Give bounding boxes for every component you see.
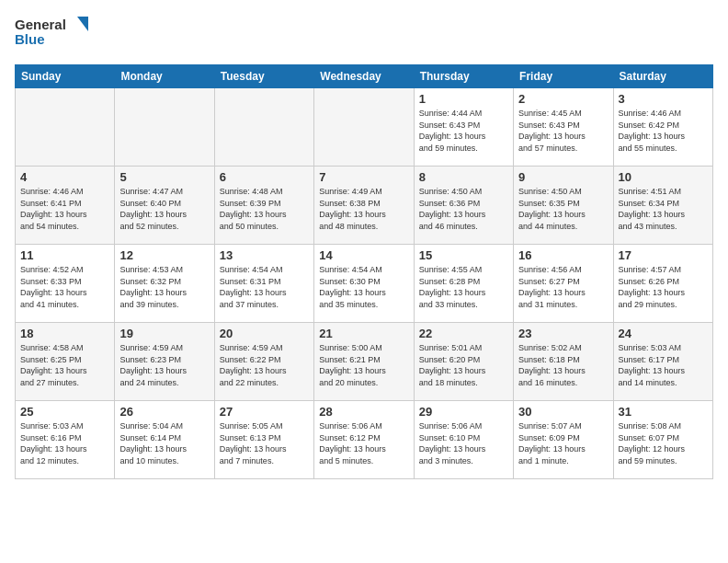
day-info: Sunrise: 4:54 AM Sunset: 6:31 PM Dayligh… — [220, 264, 309, 310]
day-number: 28 — [319, 405, 408, 419]
calendar-cell: 15Sunrise: 4:55 AM Sunset: 6:28 PM Dayli… — [414, 245, 513, 323]
day-number: 23 — [518, 327, 608, 340]
calendar-cell: 23Sunrise: 5:02 AM Sunset: 6:18 PM Dayli… — [514, 323, 613, 401]
calendar-week-2: 4Sunrise: 4:46 AM Sunset: 6:41 PM Daylig… — [16, 167, 713, 245]
calendar-cell — [115, 88, 214, 167]
day-info: Sunrise: 4:47 AM Sunset: 6:40 PM Dayligh… — [119, 186, 209, 232]
day-info: Sunrise: 4:54 AM Sunset: 6:30 PM Dayligh… — [319, 264, 408, 310]
calendar-cell — [314, 88, 414, 167]
svg-text:General: General — [15, 17, 66, 32]
weekday-header-tuesday: Tuesday — [214, 65, 313, 88]
day-info: Sunrise: 5:06 AM Sunset: 6:10 PM Dayligh… — [419, 420, 508, 466]
weekday-header-thursday: Thursday — [414, 65, 513, 88]
day-info: Sunrise: 4:50 AM Sunset: 6:36 PM Dayligh… — [419, 186, 508, 232]
day-number: 8 — [419, 170, 508, 184]
calendar-week-4: 18Sunrise: 4:58 AM Sunset: 6:25 PM Dayli… — [16, 323, 713, 401]
day-info: Sunrise: 4:56 AM Sunset: 6:27 PM Dayligh… — [518, 264, 608, 310]
day-number: 27 — [220, 405, 309, 419]
weekday-header-monday: Monday — [115, 65, 214, 88]
day-info: Sunrise: 5:08 AM Sunset: 6:07 PM Dayligh… — [619, 420, 708, 466]
day-info: Sunrise: 4:58 AM Sunset: 6:25 PM Dayligh… — [20, 342, 109, 388]
calendar-cell: 8Sunrise: 4:50 AM Sunset: 6:36 PM Daylig… — [414, 167, 513, 245]
calendar-cell: 5Sunrise: 4:47 AM Sunset: 6:40 PM Daylig… — [115, 167, 214, 245]
calendar-week-1: 1Sunrise: 4:44 AM Sunset: 6:43 PM Daylig… — [16, 88, 713, 167]
day-info: Sunrise: 4:49 AM Sunset: 6:38 PM Dayligh… — [319, 186, 408, 232]
weekday-header-friday: Friday — [514, 65, 613, 88]
calendar-cell: 29Sunrise: 5:06 AM Sunset: 6:10 PM Dayli… — [414, 401, 513, 479]
calendar-cell: 25Sunrise: 5:03 AM Sunset: 6:16 PM Dayli… — [16, 401, 115, 479]
calendar-cell: 17Sunrise: 4:57 AM Sunset: 6:26 PM Dayli… — [613, 245, 712, 323]
day-info: Sunrise: 4:55 AM Sunset: 6:28 PM Dayligh… — [419, 264, 508, 310]
calendar-cell: 20Sunrise: 4:59 AM Sunset: 6:22 PM Dayli… — [214, 323, 313, 401]
day-number: 11 — [20, 248, 109, 262]
calendar-cell: 12Sunrise: 4:53 AM Sunset: 6:32 PM Dayli… — [115, 245, 214, 323]
day-number: 21 — [319, 327, 408, 340]
calendar-cell: 18Sunrise: 4:58 AM Sunset: 6:25 PM Dayli… — [16, 323, 115, 401]
day-info: Sunrise: 4:44 AM Sunset: 6:43 PM Dayligh… — [419, 108, 508, 154]
day-number: 14 — [319, 248, 408, 262]
calendar-cell: 24Sunrise: 5:03 AM Sunset: 6:17 PM Dayli… — [613, 323, 712, 401]
calendar-cell: 31Sunrise: 5:08 AM Sunset: 6:07 PM Dayli… — [613, 401, 712, 479]
weekday-header-wednesday: Wednesday — [314, 65, 414, 88]
calendar-cell: 7Sunrise: 4:49 AM Sunset: 6:38 PM Daylig… — [314, 167, 414, 245]
day-info: Sunrise: 4:50 AM Sunset: 6:35 PM Dayligh… — [518, 186, 608, 232]
day-info: Sunrise: 5:03 AM Sunset: 6:16 PM Dayligh… — [20, 420, 109, 466]
calendar-cell: 9Sunrise: 4:50 AM Sunset: 6:35 PM Daylig… — [514, 167, 613, 245]
calendar-cell: 21Sunrise: 5:00 AM Sunset: 6:21 PM Dayli… — [314, 323, 414, 401]
calendar-cell: 4Sunrise: 4:46 AM Sunset: 6:41 PM Daylig… — [16, 167, 115, 245]
calendar-cell: 14Sunrise: 4:54 AM Sunset: 6:30 PM Dayli… — [314, 245, 414, 323]
calendar-cell: 6Sunrise: 4:48 AM Sunset: 6:39 PM Daylig… — [214, 167, 313, 245]
day-number: 31 — [619, 405, 708, 419]
day-number: 18 — [20, 327, 109, 340]
day-number: 20 — [220, 327, 309, 340]
calendar-cell: 19Sunrise: 4:59 AM Sunset: 6:23 PM Dayli… — [115, 323, 214, 401]
page-header: General Blue — [15, 15, 713, 53]
day-info: Sunrise: 5:00 AM Sunset: 6:21 PM Dayligh… — [319, 342, 408, 388]
calendar-cell — [214, 88, 313, 167]
day-number: 19 — [119, 327, 209, 340]
day-info: Sunrise: 4:59 AM Sunset: 6:22 PM Dayligh… — [220, 342, 309, 388]
weekday-header-row: SundayMondayTuesdayWednesdayThursdayFrid… — [16, 65, 713, 88]
day-info: Sunrise: 4:48 AM Sunset: 6:39 PM Dayligh… — [220, 186, 309, 232]
day-info: Sunrise: 4:57 AM Sunset: 6:26 PM Dayligh… — [619, 264, 708, 310]
calendar-cell: 26Sunrise: 5:04 AM Sunset: 6:14 PM Dayli… — [115, 401, 214, 479]
calendar-body: 1Sunrise: 4:44 AM Sunset: 6:43 PM Daylig… — [16, 88, 713, 479]
day-number: 29 — [419, 405, 508, 419]
calendar-cell: 22Sunrise: 5:01 AM Sunset: 6:20 PM Dayli… — [414, 323, 513, 401]
day-number: 26 — [119, 405, 209, 419]
calendar-cell: 11Sunrise: 4:52 AM Sunset: 6:33 PM Dayli… — [16, 245, 115, 323]
day-number: 13 — [220, 248, 309, 262]
day-info: Sunrise: 5:02 AM Sunset: 6:18 PM Dayligh… — [518, 342, 608, 388]
day-info: Sunrise: 5:01 AM Sunset: 6:20 PM Dayligh… — [419, 342, 508, 388]
day-info: Sunrise: 4:46 AM Sunset: 6:42 PM Dayligh… — [619, 108, 708, 154]
day-info: Sunrise: 4:59 AM Sunset: 6:23 PM Dayligh… — [119, 342, 209, 388]
day-info: Sunrise: 5:05 AM Sunset: 6:13 PM Dayligh… — [220, 420, 309, 466]
day-info: Sunrise: 4:52 AM Sunset: 6:33 PM Dayligh… — [20, 264, 109, 310]
day-number: 5 — [119, 170, 209, 184]
logo-svg: General Blue — [15, 15, 88, 53]
day-number: 22 — [419, 327, 508, 340]
day-info: Sunrise: 4:53 AM Sunset: 6:32 PM Dayligh… — [119, 264, 209, 310]
calendar-cell: 30Sunrise: 5:07 AM Sunset: 6:09 PM Dayli… — [514, 401, 613, 479]
day-info: Sunrise: 4:51 AM Sunset: 6:34 PM Dayligh… — [619, 186, 708, 232]
day-number: 24 — [619, 327, 708, 340]
day-number: 25 — [20, 405, 109, 419]
day-number: 15 — [419, 248, 508, 262]
svg-text:Blue: Blue — [15, 31, 45, 47]
day-info: Sunrise: 5:03 AM Sunset: 6:17 PM Dayligh… — [619, 342, 708, 388]
day-number: 2 — [518, 92, 608, 106]
day-info: Sunrise: 5:06 AM Sunset: 6:12 PM Dayligh… — [319, 420, 408, 466]
day-number: 17 — [619, 248, 708, 262]
day-info: Sunrise: 4:45 AM Sunset: 6:43 PM Dayligh… — [518, 108, 608, 154]
day-number: 12 — [119, 248, 209, 262]
day-number: 6 — [220, 170, 309, 184]
day-number: 30 — [518, 405, 608, 419]
svg-marker-2 — [77, 17, 88, 31]
weekday-header-saturday: Saturday — [613, 65, 712, 88]
day-number: 1 — [419, 92, 508, 106]
weekday-header-sunday: Sunday — [16, 65, 115, 88]
calendar-header: SundayMondayTuesdayWednesdayThursdayFrid… — [16, 65, 713, 88]
calendar-cell: 28Sunrise: 5:06 AM Sunset: 6:12 PM Dayli… — [314, 401, 414, 479]
day-number: 4 — [20, 170, 109, 184]
day-number: 3 — [619, 92, 708, 106]
